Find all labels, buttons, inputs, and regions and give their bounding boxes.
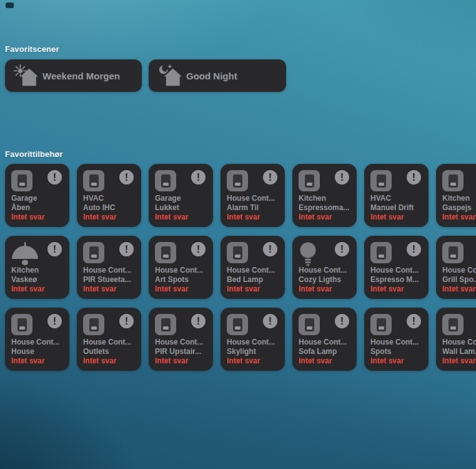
alert-badge-icon: ! bbox=[119, 314, 134, 328]
accessory-name-line1: Kitchen bbox=[11, 266, 67, 275]
accessory-name: House Cont... Spots bbox=[370, 338, 426, 356]
accessory-name-line2: Auto IHC bbox=[83, 203, 139, 213]
switch-icon bbox=[11, 314, 32, 335]
accessory-tile[interactable]: ! House Cont... Alarm Til Intet svar bbox=[221, 164, 285, 227]
accessory-name-line2: Alarm Til bbox=[227, 203, 282, 213]
accessory-tile[interactable]: ! House Cont... Cozy Ligths Intet svar bbox=[292, 236, 357, 299]
switch-icon bbox=[83, 314, 104, 335]
accessory-name-line1: House Cont... bbox=[227, 194, 282, 203]
accessory-tile[interactable]: ! House Cont... PIR Upstair... Intet sva… bbox=[149, 308, 213, 371]
accessory-name-line1: House Cont... bbox=[155, 338, 211, 347]
accessory-name-line2: Art Spots bbox=[155, 275, 211, 285]
accessory-name-line1: Garage bbox=[155, 194, 211, 203]
accessory-status: Intet svar bbox=[227, 356, 260, 366]
accessory-status: Intet svar bbox=[227, 213, 260, 222]
accessory-status: Intet svar bbox=[83, 356, 116, 366]
alert-badge-icon: ! bbox=[335, 242, 349, 256]
accessory-name: House Cont... House bbox=[11, 338, 67, 356]
accessory-tile[interactable]: ! House Cont... Outlets Intet svar bbox=[77, 308, 141, 371]
switch-icon bbox=[370, 170, 392, 191]
sunrise-house-icon bbox=[13, 63, 39, 88]
favorite-scenes-row: Weekend Morgen Good Night bbox=[5, 59, 286, 92]
accessory-name-line2: Wall Lam... bbox=[442, 347, 476, 356]
scene-button[interactable]: Weekend Morgen bbox=[5, 59, 142, 92]
corner-artifact bbox=[6, 3, 14, 8]
accessory-name: Garage Åben bbox=[11, 194, 67, 213]
accessory-tile[interactable]: ! House Cont... Wall Lam... Intet svar bbox=[436, 308, 476, 371]
switch-icon bbox=[299, 314, 320, 335]
accessory-name: House Cont... Outlets bbox=[83, 338, 139, 356]
accessory-status: Intet svar bbox=[442, 213, 475, 222]
favorite-accessories-grid: ! Garage Åben Intet svar ! HVAC Auto IHC… bbox=[5, 164, 476, 371]
accessory-tile[interactable]: ! House Cont... PIR Stueeta... Intet sva… bbox=[77, 236, 141, 299]
alert-badge-icon: ! bbox=[335, 170, 349, 184]
accessory-status: Intet svar bbox=[370, 213, 404, 222]
accessory-tile[interactable]: ! House Cont... Grill Spo... Intet svar bbox=[436, 236, 476, 299]
accessory-name: HVAC Auto IHC bbox=[83, 194, 139, 213]
accessory-tile[interactable]: ! House Cont... Bed Lamp Intet svar bbox=[221, 236, 285, 299]
home-app-screen: Favoritscener Weekend Morgen bbox=[0, 0, 476, 469]
alert-badge-icon: ! bbox=[263, 314, 277, 328]
accessory-name: House Cont... PIR Upstair... bbox=[155, 338, 211, 356]
accessory-name-line2: Grill Spo... bbox=[442, 275, 476, 285]
accessory-status: Intet svar bbox=[442, 285, 475, 294]
accessory-status: Intet svar bbox=[11, 213, 44, 222]
accessory-tile[interactable]: ! Kitchen Espressoma... Intet svar bbox=[292, 164, 357, 227]
accessory-name-line2: Skylight bbox=[227, 347, 282, 356]
accessory-tile[interactable]: ! Garage Lukket Intet svar bbox=[149, 164, 213, 227]
accessory-tile[interactable]: ! House Cont... House Intet svar bbox=[5, 308, 69, 371]
accessory-name-line1: Kitchen bbox=[442, 194, 476, 203]
alert-badge-icon: ! bbox=[191, 170, 206, 184]
switch-icon bbox=[442, 242, 464, 263]
alert-badge-icon: ! bbox=[119, 242, 134, 256]
accessory-status: Intet svar bbox=[442, 356, 475, 366]
accessory-tile[interactable]: ! Kitchen Vaskeø Intet svar bbox=[5, 236, 69, 299]
accessory-name-line1: House Cont... bbox=[442, 338, 476, 347]
accessory-tile[interactable]: ! House Cont... Spots Intet svar bbox=[364, 308, 429, 371]
accessory-name-line1: House Cont... bbox=[155, 266, 211, 275]
accessory-name-line2: Åben bbox=[11, 203, 67, 213]
accessory-name: Garage Lukket bbox=[155, 194, 211, 213]
accessory-name-line1: House Cont... bbox=[227, 266, 282, 275]
switch-icon bbox=[227, 242, 248, 263]
accessory-name: House Cont... Wall Lam... bbox=[442, 338, 476, 356]
switch-icon bbox=[227, 170, 248, 191]
accessory-tile[interactable]: ! House Cont... Art Spots Intet svar bbox=[149, 236, 213, 299]
accessory-name-line1: House Cont... bbox=[83, 338, 139, 347]
accessory-name-line2: Vaskeø bbox=[11, 275, 67, 285]
scene-button[interactable]: Good Night bbox=[149, 59, 286, 92]
alert-badge-icon: ! bbox=[407, 314, 421, 328]
accessory-status: Intet svar bbox=[370, 356, 404, 366]
moon-house-icon bbox=[157, 63, 183, 88]
alert-badge-icon: ! bbox=[191, 314, 206, 328]
accessory-name-line1: HVAC bbox=[370, 194, 426, 203]
accessory-name: House Cont... Espresso M... bbox=[370, 266, 426, 285]
accessory-name-line1: House Cont... bbox=[227, 338, 282, 347]
accessory-name-line1: House Cont... bbox=[299, 338, 354, 347]
accessory-name-line2: Espresso M... bbox=[370, 275, 426, 285]
switch-icon bbox=[370, 242, 392, 263]
accessory-name-line2: PIR Upstair... bbox=[155, 347, 211, 356]
accessory-tile[interactable]: ! House Cont... Skylight Intet svar bbox=[221, 308, 285, 371]
accessory-name-line2: Cozy Ligths bbox=[299, 275, 354, 285]
accessory-name-line2: Bed Lamp bbox=[227, 275, 282, 285]
accessory-name: House Cont... Alarm Til bbox=[227, 194, 282, 213]
alert-badge-icon: ! bbox=[407, 170, 421, 184]
accessory-name: Kitchen Gaspejs bbox=[442, 194, 476, 213]
alert-badge-icon: ! bbox=[47, 170, 62, 184]
alert-badge-icon: ! bbox=[407, 242, 421, 256]
alert-badge-icon: ! bbox=[263, 170, 277, 184]
switch-icon bbox=[370, 314, 392, 335]
accessory-name-line1: Kitchen bbox=[299, 194, 354, 203]
accessory-tile[interactable]: ! Kitchen Gaspejs Intet svar bbox=[436, 164, 476, 227]
switch-icon bbox=[155, 170, 176, 191]
accessory-tile[interactable]: ! Garage Åben Intet svar bbox=[5, 164, 69, 227]
accessory-tile[interactable]: ! House Cont... Sofa Lamp Intet svar bbox=[292, 308, 357, 371]
accessory-tile[interactable]: ! House Cont... Espresso M... Intet svar bbox=[364, 236, 429, 299]
accessory-name: HVAC Manuel Drift bbox=[370, 194, 426, 213]
accessory-status: Intet svar bbox=[155, 356, 188, 366]
accessory-tile[interactable]: ! HVAC Manuel Drift Intet svar bbox=[364, 164, 429, 227]
accessory-name: House Cont... PIR Stueeta... bbox=[83, 266, 139, 285]
scene-name: Weekend Morgen bbox=[42, 71, 120, 81]
accessory-tile[interactable]: ! HVAC Auto IHC Intet svar bbox=[77, 164, 141, 227]
